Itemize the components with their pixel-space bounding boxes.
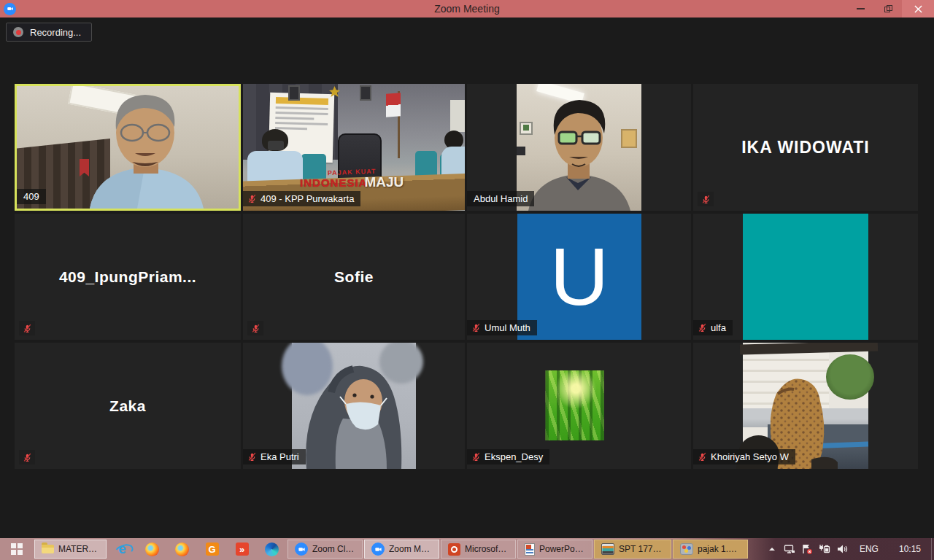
red-arrows-app-icon: » — [236, 542, 249, 556]
windows-taskbar: MATERI KE... e G » Zoom Clou... Zoom Mee… — [0, 538, 934, 560]
video-tile-umul-muth[interactable]: U Umul Muth — [467, 214, 691, 340]
taskbar-button-powerpoint[interactable]: PowerPoin... — [517, 540, 593, 559]
participant-video-scene — [17, 86, 239, 209]
photo-viewer-icon — [680, 543, 693, 555]
battery-tray-icon[interactable] — [816, 538, 833, 560]
volume-tray-icon[interactable] — [833, 538, 851, 560]
participant-name-tag: 409 - KPP Purwakarta — [243, 191, 360, 206]
video-tile-ulfa[interactable]: ulfa — [693, 214, 918, 340]
internet-explorer-icon: e — [115, 542, 130, 556]
folder-icon — [42, 545, 54, 553]
zoom-meeting-window: Zoom Meeting Recording... — [0, 0, 934, 560]
start-button[interactable] — [0, 538, 34, 560]
office-app-icon — [448, 543, 460, 556]
firefox-icon — [145, 542, 159, 556]
participant-display-name: Sofie — [243, 214, 465, 340]
speaker-icon — [836, 543, 848, 555]
video-tile-eka-putri[interactable]: Eka Putri — [243, 343, 465, 469]
powerpoint-doc-icon — [525, 543, 535, 556]
restore-button[interactable] — [874, 0, 902, 18]
taskbar-icon-g-app[interactable]: G — [197, 538, 227, 560]
participant-name-tag: ulfa — [693, 320, 733, 335]
person-illustration — [522, 96, 636, 211]
record-icon — [13, 27, 23, 37]
close-button[interactable] — [902, 0, 934, 18]
muted-mic-icon — [251, 324, 260, 333]
video-tile-ekspen-desy[interactable]: Ekspen_Desy — [467, 343, 691, 469]
participant-name-tag: Umul Muth — [467, 320, 537, 335]
participant-name-tag: Eka Putri — [243, 449, 306, 464]
battery-charging-icon — [819, 543, 830, 555]
taskbar-icon-firefox-1[interactable] — [137, 538, 167, 560]
g-app-icon: G — [206, 542, 219, 556]
video-tile-sofie[interactable]: Sofie — [243, 214, 465, 340]
video-tile-ika-widowati[interactable]: IKA WIDOWATI — [693, 84, 918, 211]
muted-mic-icon — [247, 194, 257, 203]
close-icon — [914, 5, 922, 13]
chevron-up-icon — [766, 543, 778, 555]
zoom-icon — [295, 542, 308, 556]
flag-alert-icon — [801, 543, 813, 555]
muted-mic-icon — [698, 452, 707, 462]
taskbar-icon-firefox-2[interactable] — [167, 538, 197, 560]
participant-display-name: IKA WIDOWATI — [693, 84, 918, 211]
video-tile-ipung[interactable]: 409_IpungPriam... — [15, 214, 241, 340]
taskbar-button-spt-1770s[interactable]: SPT 1770S ... — [594, 540, 671, 559]
meeting-stage: Recording... — [0, 18, 934, 538]
participant-display-name: 409_IpungPriam... — [15, 214, 241, 340]
taskbar-icon-red-app[interactable]: » — [227, 538, 257, 560]
taskbar-button-zoom-cloud[interactable]: Zoom Clou... — [287, 540, 363, 559]
minimize-button[interactable] — [846, 0, 874, 18]
recording-indicator[interactable]: Recording... — [6, 23, 92, 42]
participant-video-scene — [292, 343, 416, 469]
participant-name-tag: 409 — [17, 189, 46, 204]
taskbar-button-materi[interactable]: MATERI KE... — [34, 540, 107, 559]
muted-mic-icon — [471, 323, 481, 332]
zoom-icon — [371, 542, 385, 556]
taskbar-button-pajak-png[interactable]: pajak 1.pn... — [673, 540, 748, 559]
network-tray-icon[interactable] — [781, 538, 798, 560]
system-tray: ENG 10:15 — [763, 538, 934, 560]
teal-avatar — [743, 214, 868, 340]
input-language-indicator[interactable]: ENG — [851, 544, 887, 554]
taskbar-button-zoom-meeting[interactable]: Zoom Mee... — [364, 540, 439, 559]
recording-label: Recording... — [30, 27, 81, 38]
muted-mic-icon — [23, 324, 32, 333]
taskbar-icon-edge[interactable] — [257, 538, 287, 560]
window-title: Zoom Meeting — [0, 3, 934, 15]
taskbar-clock[interactable]: 10:15 — [887, 544, 931, 554]
media-clip-icon — [601, 543, 614, 555]
show-desktop-button[interactable] — [931, 538, 934, 560]
video-tile-khoiriyah[interactable]: PLA — [693, 343, 918, 469]
minimize-icon — [857, 8, 865, 9]
muted-mic-icon — [23, 453, 32, 462]
taskbar-button-microsoft[interactable]: Microsoft ... — [441, 540, 516, 559]
network-icon — [784, 543, 795, 555]
video-tile-409[interactable]: 409 — [15, 84, 241, 211]
participant-name-tag: Abdul Hamid — [467, 191, 534, 206]
restore-icon — [884, 5, 892, 12]
title-bar[interactable]: Zoom Meeting — [0, 0, 934, 18]
video-tile-abdul-hamid[interactable]: Abdul Hamid — [467, 84, 691, 211]
participant-name-tag: Khoiriyah Setyo W — [693, 449, 795, 464]
person-illustration — [68, 92, 228, 209]
video-tile-zaka[interactable]: Zaka — [15, 343, 241, 469]
participant-video-scene — [517, 84, 641, 211]
muted-mic-icon — [698, 323, 707, 332]
muted-mic-icon — [701, 195, 711, 204]
taskbar-icon-internet-explorer[interactable]: e — [107, 538, 137, 560]
muted-mic-icon — [247, 452, 257, 462]
participant-display-name: Zaka — [15, 343, 241, 469]
participant-name-tag: Ekspen_Desy — [467, 449, 549, 464]
person-illustration — [292, 346, 416, 469]
show-hidden-icons-button[interactable] — [763, 538, 781, 560]
action-center-tray-icon[interactable] — [798, 538, 816, 560]
forest-avatar-photo — [545, 370, 603, 440]
windows-logo-icon — [11, 543, 23, 555]
pajak-watermark: PAJAK KUAT INDONESIAMAJU — [300, 169, 404, 189]
muted-mic-icon — [471, 452, 481, 462]
firefox-icon — [175, 542, 189, 556]
edge-icon — [265, 542, 279, 556]
video-tile-kpp-purwakarta[interactable]: PAJAK KUAT INDONESIAMAJU 409 - KPP Purwa… — [243, 84, 465, 211]
